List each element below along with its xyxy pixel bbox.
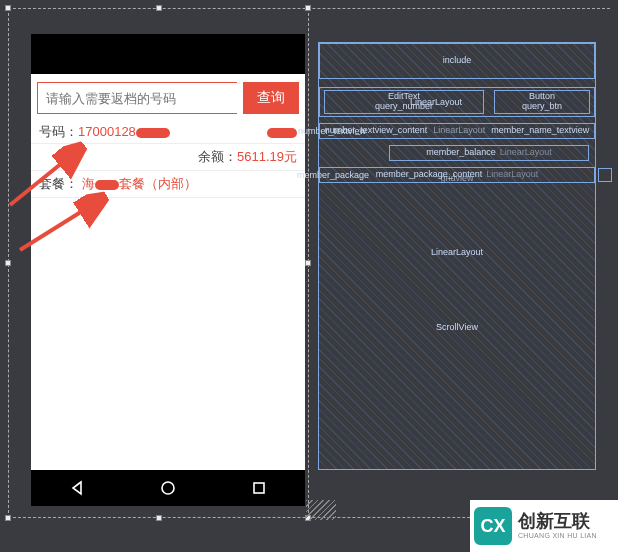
bp-overflow-icon[interactable] — [598, 168, 612, 182]
resize-handle[interactable] — [156, 5, 162, 11]
balance-value: 5611.19元 — [237, 149, 297, 164]
resize-handle[interactable] — [5, 515, 11, 521]
package-value: 海套餐（内部） — [82, 176, 197, 191]
redaction-scribble — [95, 180, 119, 190]
logo-pinyin: CHUANG XIN HU LIAN — [518, 532, 597, 540]
logo-zh: 创新互联 — [518, 512, 597, 532]
number-value: 17000128 — [78, 124, 170, 139]
resize-handle[interactable] — [156, 515, 162, 521]
balance-row: 余额：5611.19元 — [31, 144, 305, 171]
package-value-suffix: 套餐（内部） — [119, 176, 197, 191]
balance-label: 余额： — [198, 149, 237, 164]
phone-preview: 查询 号码： 17000128 余额：5611.19元 套餐： 海套餐（内部） — [31, 34, 305, 506]
number-label: 号码： — [39, 123, 78, 141]
resize-handle[interactable] — [5, 260, 11, 266]
bp-member-name: member_name_textview — [491, 126, 589, 136]
svg-point-0 — [162, 482, 174, 494]
bp-linear-label: LinearLayout — [410, 98, 462, 108]
bp-scrollview[interactable]: ScrollView — [319, 318, 595, 338]
bp-package-row[interactable]: member_package_content LinearLayout grid… — [319, 167, 595, 183]
bp-gridview: gridview — [440, 174, 473, 184]
bp-button[interactable]: Button query_btn — [494, 90, 590, 114]
bp-linear-bal: LinearLayout — [500, 148, 552, 158]
resize-handle[interactable] — [305, 5, 311, 11]
bp-linear-big[interactable]: LinearLayout — [319, 243, 595, 263]
logo-mark: CX — [474, 507, 512, 545]
resize-handle[interactable] — [305, 260, 311, 266]
number-value-prefix: 17000128 — [78, 124, 136, 139]
phone-notch — [31, 34, 305, 74]
redaction-scribble — [136, 128, 170, 138]
number-row: 号码： 17000128 — [31, 120, 305, 144]
app-screen: 查询 号码： 17000128 余额：5611.19元 套餐： 海套餐（内部） — [31, 74, 305, 470]
bp-linear-search[interactable]: EditText query_number LinearLayout Butto… — [319, 87, 595, 117]
bp-include[interactable]: include — [319, 43, 595, 79]
bp-balance-label: member_balance — [426, 148, 496, 158]
bp-num-content: number_textview_content — [325, 126, 428, 136]
resize-grip-icon[interactable] — [306, 500, 336, 520]
layout-blueprint: include EditText query_number LinearLayo… — [318, 42, 596, 470]
selection-divider — [308, 8, 309, 518]
bp-member-balance[interactable]: member_balance LinearLayout — [389, 145, 589, 161]
bp-row-number[interactable]: number_textview_content LinearLayout mem… — [319, 123, 595, 139]
bp-linear-pkg: LinearLayout — [486, 170, 538, 180]
logo-text: 创新互联 CHUANG XIN HU LIAN — [518, 512, 597, 539]
nav-back-icon[interactable] — [68, 479, 86, 497]
nav-recent-icon[interactable] — [250, 479, 268, 497]
package-label: 套餐： — [39, 176, 78, 191]
bp-linear-mid: LinearLayout — [433, 126, 485, 136]
resize-handle[interactable] — [5, 5, 11, 11]
search-input[interactable] — [37, 82, 237, 114]
search-row: 查询 — [31, 74, 305, 120]
package-row: 套餐： 海套餐（内部） — [31, 171, 305, 198]
brand-logo: CX 创新互联 CHUANG XIN HU LIAN — [470, 500, 618, 552]
phone-navbar — [31, 470, 305, 506]
nav-home-icon[interactable] — [159, 479, 177, 497]
svg-rect-1 — [254, 483, 264, 493]
query-button[interactable]: 查询 — [243, 82, 299, 114]
